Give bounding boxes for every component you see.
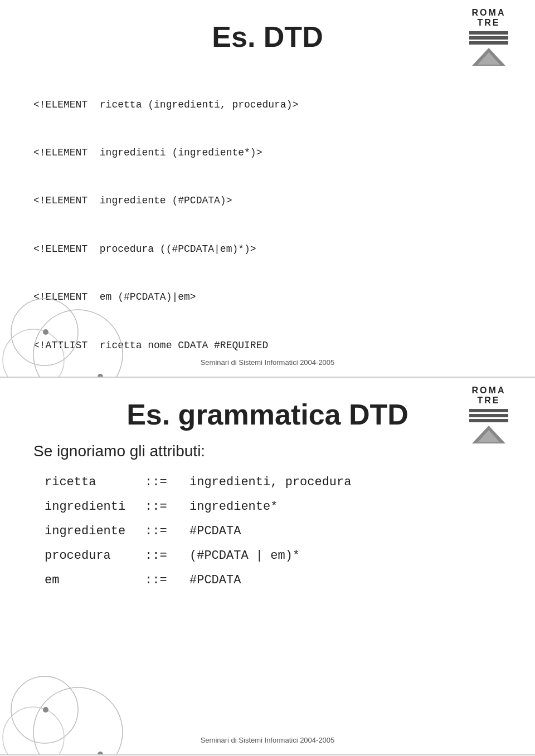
svg-point-15 <box>11 676 78 743</box>
slide2-footer: Seminari di Sistemi Informatici 2004-200… <box>0 736 535 744</box>
logo-svg-2 <box>466 408 511 447</box>
grammar-lhs-2: ingrediente <box>45 519 145 544</box>
svg-rect-11 <box>469 414 508 417</box>
svg-rect-12 <box>469 419 508 422</box>
grammar-rhs-4: #PCDATA <box>189 568 241 593</box>
grammar-lhs-4: em <box>45 568 145 593</box>
svg-rect-0 <box>469 31 508 35</box>
code-line-3: <!ELEMENT ingrediente (#PCDATA)> <box>33 193 502 209</box>
grammar-rhs-2: #PCDATA <box>189 519 241 544</box>
grammar-lhs-0: ricetta <box>45 470 145 495</box>
grammar-op-1: ::= <box>145 495 189 519</box>
grammar-rhs-3: (#PCDATA | em)* <box>189 544 300 568</box>
grammar-row-0: ricetta ::= ingredienti, procedura <box>45 470 535 495</box>
logo2-tre-text: TRE <box>458 396 519 406</box>
svg-point-19 <box>98 752 103 754</box>
logo-graphic-1 <box>458 30 519 69</box>
grammar-rhs-1: ingrediente* <box>189 495 278 519</box>
logo2-roma-text: ROMA <box>458 386 519 396</box>
svg-point-18 <box>43 707 48 713</box>
svg-rect-2 <box>469 41 508 45</box>
grammar-op-4: ::= <box>145 568 189 593</box>
code-line-2: <!ELEMENT ingredienti (ingrediente*)> <box>33 145 502 161</box>
code-line-4: <!ELEMENT procedura ((#PCDATA|em)*)> <box>33 241 502 257</box>
code-line-6: <!ATTLIST ricetta nome CDATA #REQUIRED <box>33 338 502 354</box>
grammar-op-3: ::= <box>145 544 189 568</box>
slide-2: ROMA TRE Es. grammatica DTD Se ignoriamo… <box>0 378 535 755</box>
grammar-row-4: em ::= #PCDATA <box>45 568 535 593</box>
code-line-5: <!ELEMENT em (#PCDATA)|em> <box>33 289 502 305</box>
slide1-code: <!ELEMENT ricetta (ingredienti, procedur… <box>33 65 502 378</box>
logo-roma-text: ROMA <box>458 8 519 18</box>
logo-graphic-2 <box>458 408 519 447</box>
deco-svg-2 <box>0 587 167 754</box>
svg-rect-10 <box>469 409 508 412</box>
svg-point-16 <box>33 687 123 754</box>
logo-2: ROMA TRE <box>458 386 519 452</box>
logo-1: ROMA TRE <box>458 8 519 75</box>
code-line-1: <!ELEMENT ricetta (ingredienti, procedur… <box>33 97 502 113</box>
grammar-rhs-0: ingredienti, procedura <box>189 470 351 495</box>
slide1-title: Es. DTD <box>0 0 535 59</box>
grammar-lhs-1: ingredienti <box>45 495 145 519</box>
slide2-grammar-table: ricetta ::= ingredienti, procedura ingre… <box>0 470 535 593</box>
svg-point-17 <box>3 707 64 754</box>
grammar-row-1: ingredienti ::= ingrediente* <box>45 495 535 519</box>
grammar-lhs-3: procedura <box>45 544 145 568</box>
svg-rect-1 <box>469 36 508 40</box>
grammar-op-0: ::= <box>145 470 189 495</box>
grammar-row-2: ingrediente ::= #PCDATA <box>45 519 535 544</box>
logo-svg-1 <box>466 30 511 69</box>
slide1-code-block: <!ELEMENT ricetta (ingredienti, procedur… <box>0 59 535 378</box>
grammar-op-2: ::= <box>145 519 189 544</box>
grammar-row-3: procedura ::= (#PCDATA | em)* <box>45 544 535 568</box>
slide-1: ROMA TRE Es. DTD <!ELEMENT ricetta (ingr… <box>0 0 535 378</box>
logo-tre-text: TRE <box>458 18 519 28</box>
slide2-title: Es. grammatica DTD <box>0 378 535 442</box>
slide2-intro: Se ignoriamo gli attributi: <box>0 442 535 460</box>
slide1-footer: Seminari di Sistemi Informatici 2004-200… <box>0 358 535 367</box>
